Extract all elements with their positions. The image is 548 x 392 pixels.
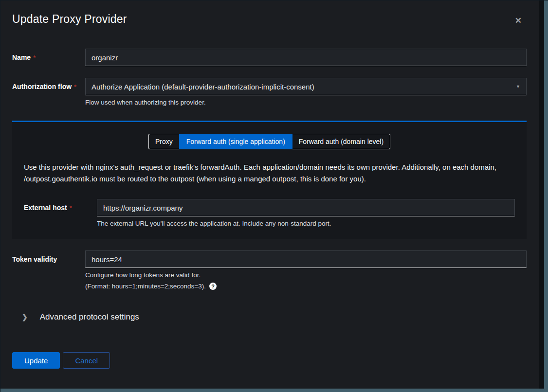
modal-header: Update Proxy Provider ✕ bbox=[12, 13, 527, 26]
window-edge-left bbox=[0, 0, 0, 392]
authorization-flow-field-row: Authorization flow* Authorize Applicatio… bbox=[12, 78, 527, 106]
external-host-label: External host* bbox=[24, 199, 97, 227]
required-marker: * bbox=[74, 83, 76, 90]
authorization-flow-selected-value: Authorize Application (default-provider-… bbox=[91, 83, 314, 91]
token-validity-format-help: (Format: hours=1;minutes=2;seconds=3). ? bbox=[85, 283, 527, 290]
window-edge-bottom bbox=[0, 389, 548, 392]
window-edge-top bbox=[0, 0, 548, 0]
tab-forward-auth-domain-level[interactable]: Forward auth (domain level) bbox=[292, 134, 390, 149]
update-proxy-provider-modal: Update Proxy Provider ✕ Name* Authorizat… bbox=[0, 0, 539, 389]
chevron-right-icon: ❯ bbox=[22, 313, 28, 321]
update-button[interactable]: Update bbox=[12, 352, 60, 369]
chevron-down-icon: ▼ bbox=[516, 84, 520, 89]
page-title: Update Proxy Provider bbox=[12, 13, 127, 26]
token-validity-help: Configure how long tokens are valid for. bbox=[85, 271, 527, 279]
cancel-button[interactable]: Cancel bbox=[63, 352, 110, 369]
advanced-protocol-settings-toggle[interactable]: ❯ Advanced protocol settings bbox=[12, 312, 527, 322]
required-marker: * bbox=[33, 54, 36, 61]
window-edge-right bbox=[544, 0, 548, 392]
name-field-row: Name* bbox=[12, 49, 527, 66]
proxy-mode-card: Proxy Forward auth (single application) … bbox=[12, 121, 527, 239]
tab-forward-auth-single-application[interactable]: Forward auth (single application) bbox=[179, 134, 292, 149]
token-validity-field-row: Token validity Configure how long tokens… bbox=[12, 250, 527, 290]
token-validity-input[interactable] bbox=[85, 250, 527, 268]
name-input[interactable] bbox=[85, 49, 527, 66]
authorization-flow-select[interactable]: Authorize Application (default-provider-… bbox=[85, 78, 527, 95]
proxy-mode-tab-group: Proxy Forward auth (single application) … bbox=[24, 134, 515, 149]
window-edge-gap bbox=[539, 0, 544, 392]
external-host-input[interactable] bbox=[97, 199, 515, 216]
external-host-help: The external URL you'll access the appli… bbox=[97, 220, 515, 227]
name-label: Name* bbox=[12, 49, 85, 66]
external-host-field-row: External host* The external URL you'll a… bbox=[24, 199, 515, 227]
authorization-flow-label: Authorization flow* bbox=[12, 78, 85, 106]
token-validity-label: Token validity bbox=[12, 250, 85, 290]
close-icon[interactable]: ✕ bbox=[513, 16, 524, 26]
advanced-protocol-settings-label: Advanced protocol settings bbox=[40, 312, 139, 322]
modal-footer: Update Cancel bbox=[12, 352, 527, 369]
required-marker: * bbox=[70, 204, 72, 212]
forward-auth-description: Use this provider with nginx's auth_requ… bbox=[24, 161, 515, 184]
question-circle-icon[interactable]: ? bbox=[209, 283, 217, 290]
tab-proxy[interactable]: Proxy bbox=[148, 134, 179, 149]
authorization-flow-help: Flow used when authorizing this provider… bbox=[85, 99, 527, 106]
